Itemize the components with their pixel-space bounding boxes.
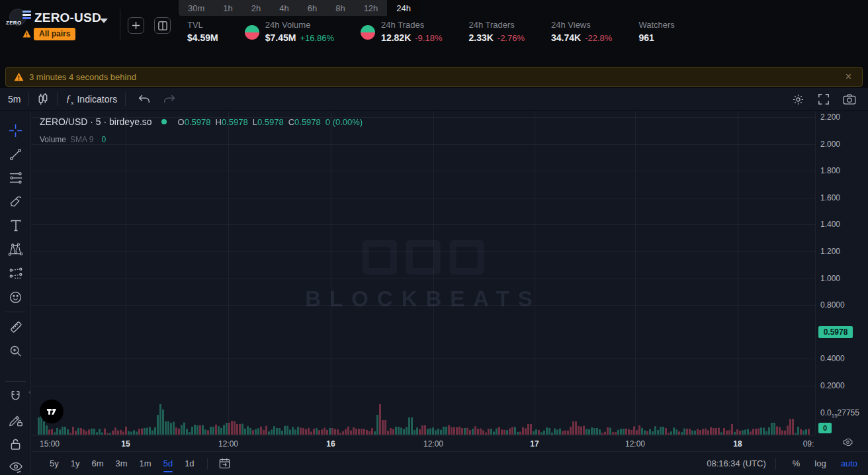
redo-icon[interactable] [157,94,183,105]
stat-tvl: TVL$4.59M [187,20,218,43]
token-logo-icon [22,11,31,21]
tab-12h[interactable]: 12h [355,0,388,16]
timeframe-tabs: 30m1h2h4h6h8h12h24h [179,0,420,16]
range-1y[interactable]: 1y [65,452,86,475]
price-tick: 2.200 [820,112,840,122]
candles-style-button[interactable] [29,93,57,106]
tab-8h[interactable]: 8h [326,0,354,16]
tradingview-logo[interactable] [40,400,64,423]
lock-icon[interactable] [0,432,31,456]
close-icon[interactable]: × [843,71,854,83]
percent-scale-button[interactable]: % [785,458,808,468]
time-tick: 12:00 [423,439,443,449]
chart-toolbar: 5m ƒx Indicators [0,88,868,111]
undo-icon[interactable] [131,94,157,105]
last-price-badge: 0.5978 [818,326,853,338]
caret-down-icon[interactable] [100,19,108,23]
brush-icon[interactable] [0,190,31,214]
time-axis[interactable]: 15:001512:001612:001712:001809: [31,435,815,451]
tab-1h[interactable]: 1h [214,0,241,16]
price-tick: 1.400 [820,220,840,229]
stat-24h-trades: 24h Trades12.82K-9.18% [361,20,442,43]
stat-change: -9.18% [415,33,442,43]
time-tick: 18 [733,439,742,449]
warning-icon [14,72,24,81]
drawing-toolbar [0,111,31,475]
stat-change: +16.86% [300,33,334,43]
log-scale-button[interactable]: log [807,458,833,468]
ruler-icon[interactable] [0,315,31,339]
volume-axis-label: 0.01527755 [820,408,859,419]
stat-value: 961 [638,32,674,43]
legend-title[interactable]: ZERO/USD · 5 · birdeye.so [40,116,152,127]
status-dot [161,119,167,124]
tab-2h[interactable]: 2h [242,0,270,16]
tab-30m[interactable]: 30m [179,0,214,16]
layout-columns-button[interactable] [154,17,171,34]
price-tick: 1.800 [820,166,840,175]
bottom-bar: 5y1y6m3m1m5d1d 08:16:34 (UTC) % log auto [31,451,868,475]
auto-scale-button[interactable]: auto [834,458,859,468]
volume-zero-badge: 0 [818,423,832,433]
sidebar-collapse-handle[interactable]: ‹ [28,384,34,400]
camera-icon[interactable] [836,93,863,105]
chart-section: ‹ BLOCKBEATS ZERO/USD · 5 · birdeye.soO0… [0,111,868,475]
xabcd-pattern-icon[interactable] [0,238,31,261]
price-tick: 0.2000 [820,381,845,390]
stat-24h-traders: 24h Traders2.33K-2.76% [468,20,525,43]
stat-watchers: Watchers961 [638,20,674,43]
range-5y[interactable]: 5y [44,452,65,475]
chart-area[interactable]: BLOCKBEATS ZERO/USD · 5 · birdeye.soO0.5… [31,111,815,435]
forecast-icon[interactable] [0,261,31,285]
indicators-button[interactable]: ƒx Indicators [58,93,125,106]
zoom-in-icon[interactable] [0,339,31,363]
divider [120,9,120,40]
time-tick: 17 [530,439,539,449]
range-5d[interactable]: 5d [157,452,179,475]
all-pairs-badge[interactable]: All pairs [34,28,75,40]
tab-24h[interactable]: 24h [387,0,420,16]
volume-legend: VolumeSMA 90 [40,135,106,144]
header: ZERO ZERO-USD All pairs 30m1h2h4h6h8h12h… [0,0,868,66]
tab-4h[interactable]: 4h [270,0,298,16]
stat-24h-volume: 24h Volume$7.45M+16.86% [245,20,334,43]
fullscreen-icon[interactable] [811,93,836,105]
delay-banner-text: 3 minutes 4 seconds behind [29,72,843,82]
interval-button[interactable]: 5m [0,94,28,105]
range-3m[interactable]: 3m [110,452,134,475]
horizontal-lines-icon[interactable] [0,166,31,190]
add-button[interactable] [128,17,144,34]
price-axis[interactable]: 2.2002.0001.8001.6001.4001.2001.0000.800… [815,111,868,435]
hide-drawings-icon[interactable] [0,456,31,475]
trading-app: ZERO ZERO-USD All pairs 30m1h2h4h6h8h12h… [0,0,868,475]
emoji-icon[interactable] [0,285,31,309]
stat-label: 24h Views [551,20,612,30]
price-tick: 1.200 [820,247,840,256]
fx-icon: ƒx [65,93,73,106]
time-tick: 16 [326,439,335,449]
watermark: BLOCKBEATS [305,240,541,312]
magnet-icon[interactable] [0,384,31,408]
go-to-date-icon[interactable] [214,457,235,470]
buy-sell-pie-icon [245,25,259,40]
range-1d[interactable]: 1d [179,452,200,475]
stat-change: -2.76% [498,33,525,43]
range-6m[interactable]: 6m [85,452,109,475]
text-tool-icon[interactable] [0,214,31,238]
settings-gear-icon[interactable] [785,93,811,106]
axis-settings-icon[interactable] [842,437,853,451]
price-tick: 0.4000 [820,354,845,363]
tab-6h[interactable]: 6h [298,0,326,16]
trend-line-icon[interactable] [0,142,31,166]
stat-value: $4.59M [187,32,218,43]
ohlc-values: O0.5978H0.5978L0.5978C0.59780 (0.00%) [173,116,363,127]
draw-lock-icon[interactable] [0,408,31,432]
pair-title: ZERO-USD [34,11,101,25]
stat-label: 24h Traders [468,20,525,30]
range-1m[interactable]: 1m [134,452,157,475]
stat-value: 2.33K-2.76% [468,32,525,43]
blockbeats-logo-icon [305,240,541,275]
price-tick: 1.000 [820,274,840,283]
clock[interactable]: 08:16:34 (UTC) [707,458,766,468]
crosshair-icon[interactable] [0,118,31,142]
